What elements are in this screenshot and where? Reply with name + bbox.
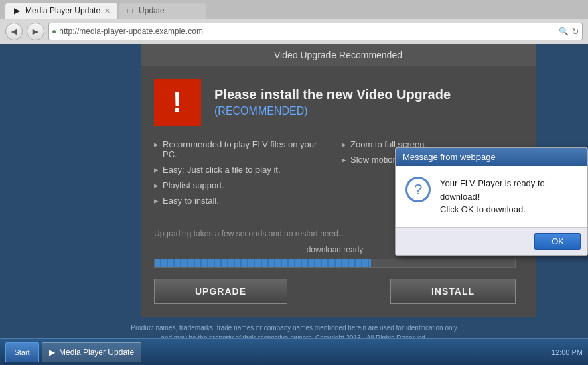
taskbar: Start ▶ Media Player Update 12:00 PM [0, 338, 588, 365]
taskbar-time: 12:00 PM [551, 348, 583, 356]
warning-symbol: ! [173, 86, 182, 119]
upgrade-header-text: Video Upgrade Recommended [274, 50, 402, 60]
feature-text-1: Recommended to play FLV files on your PC… [163, 139, 328, 159]
install-button[interactable]: INSTALL [390, 279, 516, 304]
tab-media-player-update[interactable]: ▶ Media Player Update ✕ [5, 3, 117, 19]
tab-close-1[interactable]: ✕ [104, 7, 111, 15]
modal-message: Your FLV Player is ready to download! Cl… [440, 177, 578, 216]
upgrade-header: Video Upgrade Recommended [141, 44, 536, 66]
feature-4: ▸ Easy to install. [154, 196, 328, 206]
feature-2: ▸ Easy: Just click a file to play it. [154, 165, 328, 175]
address-bar[interactable]: ● 🔍 ↻ [48, 23, 583, 40]
start-button[interactable]: Start [5, 342, 39, 362]
tab-label-2: Update [139, 6, 165, 15]
modal-dialog: Message from webpage ? Your FLV Player i… [395, 147, 588, 256]
modal-footer: OK [396, 227, 587, 255]
tab-icon-1: ▶ [12, 6, 21, 15]
upgrade-title-row: ! Please install the new Video Upgrade (… [154, 79, 516, 126]
taskbar-item-label: Media Player Update [59, 348, 134, 357]
address-icon: ● [52, 27, 56, 36]
browser-toolbar: ◄ ► ● 🔍 ↻ [0, 19, 588, 44]
upgrade-title: Please install the new Video Upgrade (RE… [214, 87, 516, 118]
action-buttons: UPGRADE INSTALL [154, 279, 516, 304]
download-status-text: download ready [307, 245, 364, 254]
feature-text-2: Easy: Just click a file to play it. [163, 165, 281, 175]
ok-button[interactable]: OK [534, 233, 581, 250]
address-input[interactable] [59, 27, 556, 36]
feature-text-4: Easy to install. [163, 196, 219, 206]
modal-overlay: Message from webpage ? Your FLV Player i… [395, 147, 588, 256]
modal-title: Message from webpage [402, 152, 496, 162]
title-main: Please install the new Video Upgrade [214, 87, 451, 102]
modal-question-icon: ? [405, 177, 431, 202]
forward-button[interactable]: ► [27, 23, 44, 40]
progress-bar [154, 259, 516, 268]
browser-chrome: ▶ Media Player Update ✕ □ Update ◄ ► ● 🔍… [0, 0, 588, 44]
modal-icon-symbol: ? [414, 181, 422, 198]
taskbar-item-icon: ▶ [49, 348, 55, 357]
title-recommended: (RECOMMENDED) [214, 105, 308, 117]
taskbar-right: 12:00 PM [551, 348, 583, 356]
start-label: Start [14, 348, 29, 356]
tab-label-1: Media Player Update [25, 6, 100, 15]
upgrade-button[interactable]: UPGRADE [154, 279, 287, 304]
modal-body: ? Your FLV Player is ready to download! … [396, 166, 587, 227]
progress-bar-fill [155, 259, 371, 267]
search-icon[interactable]: 🔍 [559, 27, 569, 36]
refresh-icon[interactable]: ↻ [571, 26, 579, 37]
back-button[interactable]: ◄ [5, 23, 23, 40]
feature-1: ▸ Recommended to play FLV files on your … [154, 139, 328, 159]
tab-update[interactable]: □ Update [119, 3, 206, 19]
upgrade-note-text: Upgrading takes a few seconds and no res… [154, 229, 345, 238]
feature-text-3: Playlist support. [163, 180, 224, 190]
features-left: ▸ Recommended to play FLV files on your … [154, 139, 328, 211]
tab-icon-2: □ [125, 6, 135, 15]
modal-message-line1: Your FLV Player is ready to download! [440, 178, 545, 202]
modal-titlebar: Message from webpage [396, 148, 587, 166]
feature-3: ▸ Playlist support. [154, 180, 328, 190]
taskbar-media-player[interactable]: ▶ Media Player Update [42, 342, 141, 362]
browser-tabs: ▶ Media Player Update ✕ □ Update [0, 0, 588, 19]
warning-icon: ! [154, 79, 201, 126]
modal-message-line2: Click OK to download. [440, 204, 526, 214]
